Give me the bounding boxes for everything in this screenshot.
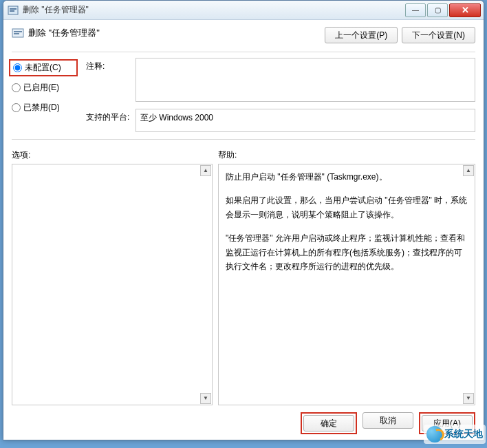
scroll-down-icon[interactable]: ▼ <box>200 393 211 404</box>
window-title: 删除 "任务管理器" <box>23 4 404 16</box>
radio-disabled-label: 已禁用(D) <box>23 102 60 114</box>
watermark-text: 系统天地 <box>444 428 483 440</box>
dialog-window: 删除 "任务管理器" ― ▢ ✕ 删除 "任务管理器" 上一个设置(P) 下一个… <box>3 0 484 440</box>
help-paragraph: "任务管理器" 允许用户启动或终止程序；监视计算机性能；查看和监视正运行在计算机… <box>226 231 468 273</box>
maximize-button[interactable]: ▢ <box>427 3 448 17</box>
previous-setting-button[interactable]: 上一个设置(P) <box>325 27 398 43</box>
radio-enabled-input[interactable] <box>12 83 21 92</box>
window-controls: ― ▢ ✕ <box>404 3 481 17</box>
radio-not-configured-input[interactable] <box>13 63 22 72</box>
page-title: 删除 "任务管理器" <box>28 27 100 39</box>
help-paragraph: 如果启用了此设置，那么，当用户尝试启动 "任务管理器" 时，系统会显示一则消息，… <box>226 193 468 222</box>
panels-row: ▲ ▼ ▲ 防止用户启动 "任务管理器" (Taskmgr.exe)。 如果启用… <box>12 164 475 405</box>
titlebar[interactable]: 删除 "任务管理器" ― ▢ ✕ <box>3 1 484 20</box>
dialog-content: 删除 "任务管理器" 上一个设置(P) 下一个设置(N) 未配置(C) 已启用(… <box>3 20 484 440</box>
help-paragraph: 防止用户启动 "任务管理器" (Taskmgr.exe)。 <box>226 170 468 184</box>
comment-textarea[interactable] <box>136 58 475 102</box>
svg-rect-2 <box>10 10 14 12</box>
next-setting-button[interactable]: 下一个设置(N) <box>402 27 475 43</box>
options-panel: ▲ ▼ <box>12 164 213 405</box>
globe-icon <box>426 426 443 442</box>
minimize-button[interactable]: ― <box>405 3 426 17</box>
scroll-down-icon[interactable]: ▼ <box>463 393 474 404</box>
radio-not-configured-label: 未配置(C) <box>25 62 61 74</box>
platform-label: 支持的平台: <box>86 109 130 123</box>
radio-group: 未配置(C) 已启用(E) 已禁用(D) <box>12 58 78 132</box>
section-labels: 选项: 帮助: <box>12 149 475 161</box>
scroll-up-icon[interactable]: ▲ <box>200 165 211 176</box>
svg-rect-4 <box>14 31 22 32</box>
separator-2 <box>12 139 475 140</box>
cancel-button[interactable]: 取消 <box>362 412 413 429</box>
radio-disabled-input[interactable] <box>12 103 21 112</box>
separator <box>12 52 475 52</box>
policy-icon <box>12 27 24 39</box>
radio-not-configured[interactable]: 未配置(C) <box>9 59 78 76</box>
help-label: 帮助: <box>218 149 237 161</box>
radio-enabled[interactable]: 已启用(E) <box>12 82 78 94</box>
radio-enabled-label: 已启用(E) <box>23 82 59 94</box>
options-label: 选项: <box>12 149 218 161</box>
radio-disabled[interactable]: 已禁用(D) <box>12 102 78 114</box>
help-panel: ▲ 防止用户启动 "任务管理器" (Taskmgr.exe)。 如果启用了此设置… <box>218 164 475 405</box>
ok-button[interactable]: 确定 <box>303 415 354 431</box>
svg-rect-1 <box>10 8 17 10</box>
platform-box: 至少 Windows 2000 <box>136 109 475 132</box>
header-row: 删除 "任务管理器" 上一个设置(P) 下一个设置(N) <box>12 27 475 43</box>
config-row: 未配置(C) 已启用(E) 已禁用(D) 注释: 支持的平台: <box>12 58 475 132</box>
footer-buttons: 确定 取消 应用(A) <box>12 405 475 434</box>
watermark: 系统天地 <box>424 425 486 444</box>
ok-highlight: 确定 <box>301 412 357 434</box>
svg-rect-5 <box>14 33 19 34</box>
comment-label: 注释: <box>86 58 130 72</box>
scroll-up-icon[interactable]: ▲ <box>463 165 474 176</box>
close-button[interactable]: ✕ <box>449 3 481 17</box>
app-icon <box>8 5 19 16</box>
